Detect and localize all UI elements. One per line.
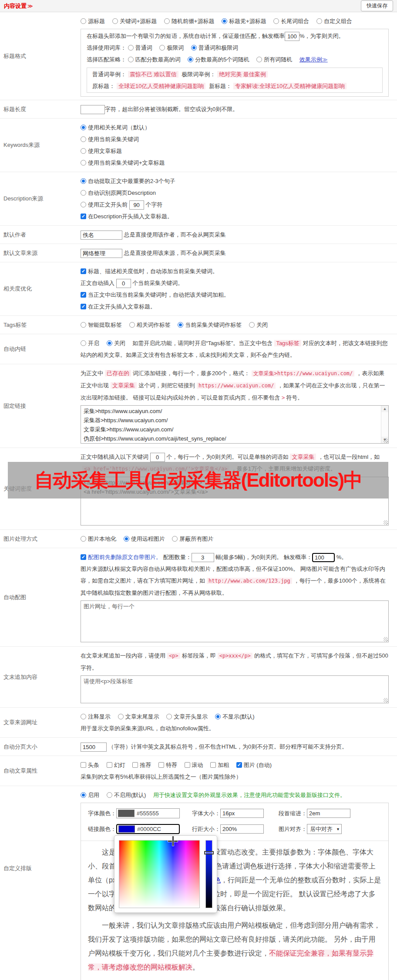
link-color-swatch[interactable]	[118, 825, 135, 833]
radio-icon[interactable]	[81, 125, 86, 130]
title-trigger-probability-input[interactable]	[285, 32, 299, 41]
checkbox-icon[interactable]	[132, 762, 138, 768]
checkbox-icon[interactable]	[81, 304, 86, 309]
radio-option[interactable]: 图片本地化	[81, 536, 116, 542]
radio-option[interactable]: 随机前缀+源标题	[164, 18, 215, 24]
radio-icon[interactable]	[191, 45, 197, 51]
font-color-field[interactable]: #555555	[116, 808, 180, 818]
radio-option-selected[interactable]: 当前采集关键词作标签	[178, 322, 242, 328]
radio-option-selected[interactable]: 使用相关长尾词（默认）	[81, 122, 389, 133]
resize-grip-icon[interactable]	[384, 520, 388, 525]
radio-icon[interactable]	[118, 714, 124, 719]
append-content-textarea[interactable]	[81, 675, 389, 703]
checkbox-icon[interactable]	[81, 292, 86, 298]
effect-demo-link[interactable]: 效果示例≫	[299, 56, 328, 63]
radio-option-selected[interactable]: 关闭	[107, 340, 125, 346]
checkbox-option[interactable]: 特荐	[158, 762, 177, 768]
image-align-select[interactable]: 居中对齐▾	[307, 824, 342, 834]
radio-icon[interactable]	[222, 18, 227, 24]
hue-slider-handle[interactable]	[204, 851, 214, 855]
radio-option[interactable]: 源标题	[81, 18, 105, 24]
checkbox-option[interactable]: 加粗	[210, 762, 229, 768]
radio-option-selected[interactable]: 分数最高的5个词随机	[188, 56, 249, 63]
checkbox-icon[interactable]	[185, 762, 190, 768]
radio-icon[interactable]	[124, 536, 129, 542]
resize-grip-icon[interactable]	[384, 637, 388, 641]
radio-icon[interactable]	[81, 178, 86, 184]
radio-icon[interactable]	[172, 536, 178, 542]
default-author-input[interactable]	[81, 231, 122, 240]
radio-option-selected[interactable]: 不显示(默认)	[215, 713, 255, 720]
radio-icon[interactable]	[81, 536, 86, 542]
radio-icon[interactable]	[81, 160, 86, 166]
checkbox-icon[interactable]	[81, 554, 86, 560]
checkbox-option[interactable]: 推荐	[132, 762, 151, 768]
image-urls-textarea[interactable]	[81, 600, 389, 642]
radio-icon[interactable]	[81, 18, 86, 24]
checkbox-icon[interactable]	[210, 762, 216, 768]
resize-grip-icon[interactable]	[384, 698, 388, 702]
radio-option[interactable]: 文章末尾显示	[118, 713, 159, 720]
checkbox-option[interactable]: 滚动	[185, 762, 203, 768]
radio-icon[interactable]	[159, 45, 165, 51]
radio-icon[interactable]	[81, 136, 86, 142]
radio-option[interactable]: 普通词	[128, 44, 152, 51]
checkbox-icon[interactable]	[81, 762, 86, 768]
radio-icon[interactable]	[178, 322, 183, 328]
insert-keywords-count-input[interactable]	[116, 279, 131, 288]
paging-size-input[interactable]	[81, 743, 107, 752]
resize-grip-icon[interactable]	[384, 438, 388, 443]
title-length-input[interactable]	[81, 105, 105, 114]
checkbox-option-checked[interactable]: 标题、描述相关度低时，自动添加当前采集关键词。	[81, 265, 389, 277]
radio-icon[interactable]	[81, 714, 86, 719]
picker-crosshair-icon[interactable]	[168, 836, 178, 846]
radio-option[interactable]: 不启用(默认)	[107, 792, 146, 798]
quick-save-button[interactable]: 快速保存	[361, 0, 393, 11]
radio-option[interactable]: 自动识别原网页Description	[81, 187, 389, 199]
radio-option[interactable]: 所有词随机	[256, 56, 292, 63]
radio-icon[interactable]	[215, 714, 221, 719]
radio-icon[interactable]	[112, 18, 118, 24]
radio-option-selected[interactable]: 使用远程图片	[124, 536, 165, 542]
radio-option[interactable]: 相关词作标签	[129, 322, 171, 328]
radio-icon[interactable]	[128, 57, 134, 62]
radio-option[interactable]: 注释显示	[81, 713, 111, 720]
checkbox-option-checked[interactable]: 当正文中出现当前采集关键词时，自动把该关键词加粗。	[81, 289, 389, 301]
radio-option[interactable]: 使用当前采集关键词	[81, 133, 389, 145]
radio-icon[interactable]	[81, 190, 86, 196]
radio-icon[interactable]	[107, 792, 112, 798]
checkbox-option[interactable]: 头条	[81, 762, 99, 768]
image-count-input[interactable]	[192, 553, 214, 562]
radio-option[interactable]: 文章开头显示	[166, 713, 208, 720]
image-probability-input[interactable]	[312, 553, 335, 562]
radio-option[interactable]: 长尾词组合	[273, 18, 309, 24]
line-height-input[interactable]	[220, 824, 264, 834]
radio-option[interactable]: 使用文章标题	[81, 145, 389, 157]
checkbox-icon[interactable]	[81, 214, 86, 219]
radio-icon[interactable]	[188, 57, 193, 62]
checkbox-icon[interactable]	[81, 268, 86, 274]
checkbox-icon[interactable]	[236, 762, 242, 768]
radio-option[interactable]: 极限词	[159, 44, 184, 51]
checkbox-icon[interactable]	[107, 762, 112, 768]
radio-option-selected[interactable]: 标题党+源标题	[222, 18, 266, 24]
radio-icon[interactable]	[256, 57, 262, 62]
radio-icon[interactable]	[128, 45, 134, 51]
saturation-field[interactable]	[119, 840, 200, 908]
radio-icon[interactable]	[129, 322, 135, 328]
scroll-up-icon[interactable]: ▲	[381, 406, 388, 412]
radio-option[interactable]: 智能提取标签	[81, 322, 122, 328]
radio-option-selected[interactable]: 启用	[81, 792, 99, 798]
radio-icon[interactable]	[81, 148, 86, 154]
radio-option-selected[interactable]: 普通词和极限词	[191, 44, 238, 51]
keyword-density-count-input[interactable]	[150, 453, 165, 462]
radio-icon[interactable]	[273, 18, 279, 24]
radio-icon[interactable]	[81, 340, 86, 346]
radio-option[interactable]: 使用正文开头前 个字符	[81, 199, 389, 210]
checkbox-option-checked[interactable]: 图片 (自动)	[236, 762, 272, 768]
radio-icon[interactable]	[81, 322, 86, 328]
hue-slider[interactable]	[205, 840, 212, 908]
checkbox-option-checked[interactable]: 在Description开头插入文章标题。	[81, 210, 389, 222]
fixed-links-textarea[interactable]: 采集>https://www.ucaiyun.com/ 采集器>https://…	[81, 405, 389, 444]
font-color-swatch[interactable]	[118, 810, 135, 817]
